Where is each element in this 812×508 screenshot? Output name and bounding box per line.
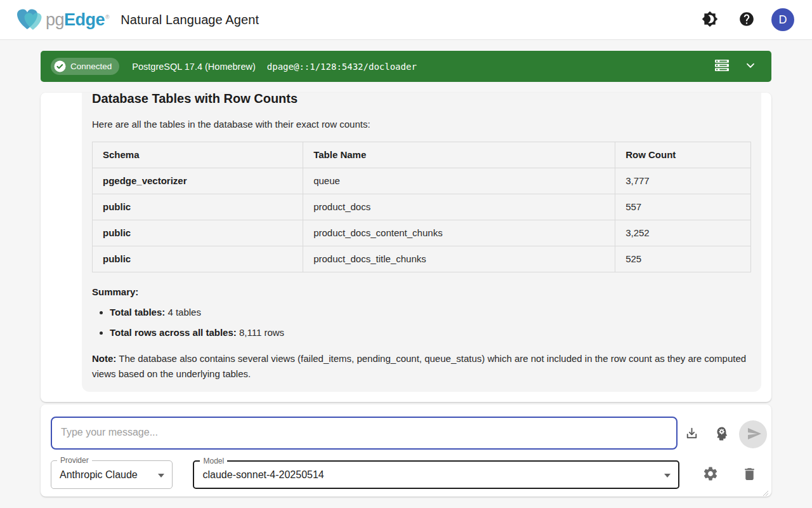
provider-select-label: Provider bbox=[57, 456, 92, 465]
trash-icon bbox=[742, 466, 757, 484]
cell-schema: public bbox=[93, 194, 303, 220]
column-header-table-name: Table Name bbox=[303, 142, 615, 168]
settings-button[interactable] bbox=[698, 462, 723, 488]
pgedge-logo: pgEdge® bbox=[15, 5, 109, 34]
table-row: public product_docs_title_chunks 525 bbox=[93, 246, 751, 272]
agent-mode-button[interactable] bbox=[709, 422, 733, 448]
connection-status-label: Connected bbox=[70, 62, 112, 71]
cell-schema: public bbox=[93, 246, 303, 272]
cell-table-name: queue bbox=[303, 168, 615, 194]
gear-icon bbox=[702, 465, 719, 484]
psychology-icon bbox=[713, 425, 730, 444]
message-heading: Database Tables with Row Counts bbox=[92, 93, 751, 107]
chat-history-panel: Database Tables with Row Counts Here are… bbox=[41, 93, 771, 402]
download-icon bbox=[684, 425, 700, 443]
clear-chat-button[interactable] bbox=[738, 462, 761, 488]
summary-heading: Summary: bbox=[92, 285, 751, 299]
cell-row-count: 557 bbox=[615, 194, 751, 220]
brightness-icon bbox=[702, 11, 718, 29]
app-header: pgEdge® Natural Language Agent D bbox=[0, 0, 812, 40]
list-item: Total rows across all tables: 8,111 rows bbox=[110, 326, 751, 340]
model-select-value: claude-sonnet-4-20250514 bbox=[202, 469, 324, 481]
pgedge-wordmark: pgEdge® bbox=[46, 10, 109, 30]
check-circle-icon bbox=[54, 60, 66, 72]
chevron-down-icon bbox=[743, 58, 757, 74]
composer-panel: Provider Anthropic Claude Model claude-s… bbox=[41, 404, 771, 497]
download-chat-button[interactable] bbox=[680, 422, 704, 447]
theme-toggle-button[interactable] bbox=[698, 7, 722, 33]
connection-bar: Connected PostgreSQL 17.4 (Homebrew) dpa… bbox=[41, 51, 771, 82]
message-input[interactable] bbox=[51, 417, 678, 450]
column-header-row-count: Row Count bbox=[615, 142, 751, 168]
cell-row-count: 525 bbox=[615, 246, 751, 272]
message-intro: Here are all the tables in the database … bbox=[92, 117, 751, 131]
table-row: public product_docs 557 bbox=[93, 194, 751, 220]
model-select-label: Model bbox=[200, 457, 227, 465]
dropdown-caret-icon bbox=[664, 474, 671, 478]
server-version-label: PostgreSQL 17.4 (Homebrew) bbox=[132, 62, 256, 72]
pgedge-logo-icon bbox=[15, 5, 44, 34]
cell-table-name: product_docs_content_chunks bbox=[303, 220, 615, 246]
column-header-schema: Schema bbox=[93, 142, 303, 168]
connection-string: dpage@::1/128:5432/docloader bbox=[267, 62, 417, 72]
summary-list: Total tables: 4 tables Total rows across… bbox=[92, 305, 751, 340]
send-button[interactable] bbox=[739, 420, 767, 448]
connection-status-badge: Connected bbox=[51, 58, 119, 75]
cell-table-name: product_docs_title_chunks bbox=[303, 246, 615, 272]
table-row: public product_docs_content_chunks 3,252 bbox=[93, 220, 751, 246]
resize-handle-icon[interactable] bbox=[763, 488, 769, 494]
cell-table-name: product_docs bbox=[303, 194, 615, 220]
send-icon bbox=[745, 426, 762, 443]
table-row: pgedge_vectorizer queue 3,777 bbox=[93, 168, 751, 194]
page-title: Natural Language Agent bbox=[121, 13, 259, 27]
assistant-message-bubble: Database Tables with Row Counts Here are… bbox=[82, 93, 761, 392]
help-button[interactable] bbox=[735, 7, 759, 33]
connection-expand-button[interactable] bbox=[741, 56, 760, 77]
storage-icon bbox=[714, 58, 730, 74]
dropdown-caret-icon bbox=[158, 474, 164, 478]
user-avatar[interactable]: D bbox=[771, 8, 794, 31]
note-paragraph: Note: The database also contains several… bbox=[92, 351, 751, 382]
provider-select-value: Anthropic Claude bbox=[60, 469, 138, 481]
cell-schema: public bbox=[93, 220, 303, 246]
database-objects-button[interactable] bbox=[712, 56, 732, 77]
model-select[interactable]: Model claude-sonnet-4-20250514 bbox=[193, 460, 679, 489]
help-icon bbox=[738, 11, 755, 29]
cell-row-count: 3,252 bbox=[615, 220, 751, 246]
provider-select[interactable]: Provider Anthropic Claude bbox=[51, 460, 173, 489]
row-counts-table: Schema Table Name Row Count pgedge_vecto… bbox=[92, 142, 751, 272]
list-item: Total tables: 4 tables bbox=[110, 305, 751, 319]
cell-row-count: 3,777 bbox=[615, 168, 751, 194]
cell-schema: pgedge_vectorizer bbox=[93, 168, 303, 194]
table-header-row: Schema Table Name Row Count bbox=[93, 142, 751, 168]
